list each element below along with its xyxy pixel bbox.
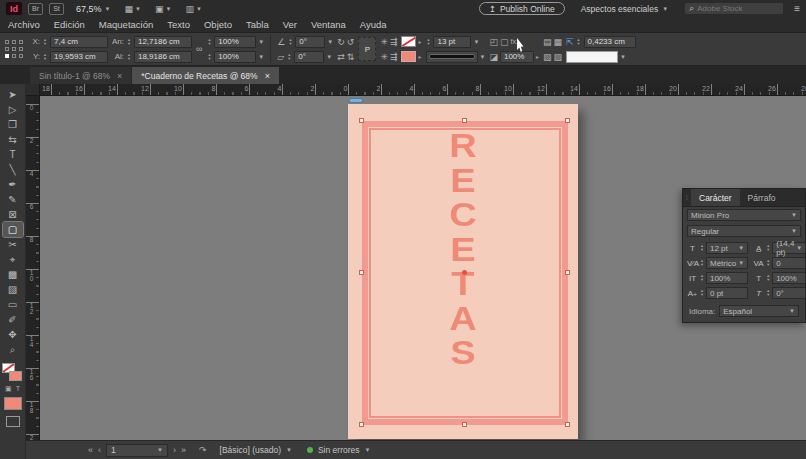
stock-search-box[interactable]: ⌕ xyxy=(684,2,784,15)
selection-handle[interactable] xyxy=(462,118,467,123)
stepper[interactable] xyxy=(766,289,770,297)
chevron-down-icon[interactable] xyxy=(157,447,163,453)
chevron-down-icon[interactable] xyxy=(327,39,333,45)
stepper[interactable] xyxy=(577,38,581,46)
ref-dot[interactable] xyxy=(12,40,16,44)
zoom-level-select[interactable]: 67,5% xyxy=(76,4,110,14)
chevron-down-icon[interactable] xyxy=(258,54,264,60)
wrap-object-icon[interactable]: ▧ xyxy=(543,51,552,63)
vertical-scale-field[interactable]: 100% xyxy=(706,272,748,284)
menu-maquetación[interactable]: Maquetación xyxy=(99,19,153,30)
free-transform-tool[interactable]: ⌖ xyxy=(3,252,23,267)
wrap-none-icon[interactable]: ▤ xyxy=(543,36,552,48)
fill-swatch-none[interactable] xyxy=(401,36,416,47)
leading-field[interactable]: (14,4 pt) xyxy=(772,242,806,254)
stroke-style-select[interactable] xyxy=(426,51,478,63)
stroke-swatch[interactable] xyxy=(401,51,416,62)
menu-ver[interactable]: Ver xyxy=(283,19,297,30)
ref-dot[interactable] xyxy=(12,47,16,51)
corner-shape-icon[interactable]: ▢ xyxy=(500,36,509,48)
stepper[interactable] xyxy=(427,38,431,46)
frame-center-point[interactable] xyxy=(462,270,467,275)
stepper[interactable] xyxy=(700,289,704,297)
menu-tabla[interactable]: Tabla xyxy=(246,19,269,30)
selection-tool[interactable]: ➤ xyxy=(3,87,23,102)
menu-ventana[interactable]: Ventana xyxy=(311,19,346,30)
tab-paragraph[interactable]: Párrafo xyxy=(740,189,784,206)
rotation-angle-field[interactable]: 0° xyxy=(295,36,325,48)
recetas-text[interactable]: RECETAS xyxy=(334,128,592,370)
wrap-bounding-icon[interactable]: ▦ xyxy=(554,36,563,48)
stepper[interactable] xyxy=(127,38,131,46)
object-style-swatch[interactable] xyxy=(566,51,618,63)
menu-edición[interactable]: Edición xyxy=(54,19,85,30)
flip-vertical-icon[interactable]: ⇅ xyxy=(347,51,355,63)
chevron-down-icon[interactable] xyxy=(258,39,264,45)
chevron-down-icon[interactable] xyxy=(789,308,795,314)
preflight-profile[interactable]: [Básico] (usado) xyxy=(220,445,281,455)
page[interactable]: RECETAS xyxy=(348,104,578,439)
menu-icon[interactable]: ≡ xyxy=(794,3,800,14)
go-back-icon[interactable]: ↷ xyxy=(199,445,207,455)
arrange-documents-button[interactable]: ▥ xyxy=(185,4,201,14)
view-options-button[interactable]: ▦ xyxy=(124,4,140,14)
previous-page-icon[interactable]: ‹ xyxy=(98,445,101,455)
menu-objeto[interactable]: Objeto xyxy=(204,19,232,30)
selection-handle[interactable] xyxy=(565,270,570,275)
indesign-logo[interactable]: Id xyxy=(6,2,22,15)
scissors-tool[interactable]: ✂ xyxy=(3,237,23,252)
stepper[interactable] xyxy=(766,244,770,252)
chevron-down-icon[interactable] xyxy=(286,447,292,453)
ref-dot[interactable] xyxy=(5,47,9,51)
height-field[interactable]: 18,9186 cm xyxy=(134,51,192,63)
font-style-field[interactable]: Regular xyxy=(687,225,801,237)
stepper[interactable] xyxy=(766,259,770,267)
constrain-link-icon[interactable]: ∞ xyxy=(196,43,202,55)
corner-options-icon[interactable]: ◰ xyxy=(489,36,498,48)
object-effects-icon[interactable]: ✳ xyxy=(380,36,388,48)
wrap-jump-icon[interactable]: ▨ xyxy=(554,51,563,63)
horizontal-scale-field[interactable]: 100% xyxy=(772,272,806,284)
stroke-weight-field[interactable]: 13 pt xyxy=(433,36,471,48)
kerning-field[interactable]: Métrico xyxy=(706,257,748,269)
first-page-icon[interactable]: « xyxy=(88,445,93,455)
drop-shadow-icon[interactable]: ⇶ xyxy=(390,36,398,48)
chevron-down-icon[interactable] xyxy=(796,245,802,251)
flip-horizontal-icon[interactable]: ⇄ xyxy=(337,51,345,63)
transparency-icon[interactable]: ⇶ xyxy=(390,51,398,63)
chevron-down-icon[interactable] xyxy=(365,447,371,453)
fill-arrow-icon[interactable]: ▸ xyxy=(418,38,421,45)
hand-tool[interactable]: ✥ xyxy=(3,327,23,342)
stepper[interactable] xyxy=(207,38,211,46)
stepper[interactable] xyxy=(43,53,47,61)
screen-mode-button[interactable]: ▣ xyxy=(155,4,171,14)
ruler-horizontal[interactable]: 181614121086420246810121416182022242628 xyxy=(40,84,806,96)
rotate-cw-icon[interactable]: ↻ xyxy=(337,36,345,48)
language-field[interactable]: Español xyxy=(719,305,799,317)
line-tool[interactable]: ╲ xyxy=(3,162,23,177)
note-tool[interactable]: ▭ xyxy=(3,297,23,312)
y-position-field[interactable]: 19,9593 cm xyxy=(50,51,108,63)
chevron-down-icon[interactable] xyxy=(738,245,744,251)
rectangle-tool[interactable]: ▢ xyxy=(3,222,23,237)
selection-handle[interactable] xyxy=(359,422,364,427)
last-page-icon[interactable]: » xyxy=(181,445,186,455)
ref-dot[interactable] xyxy=(19,47,23,51)
stroke-arrow-icon[interactable]: ▸ xyxy=(418,53,421,60)
stepper[interactable] xyxy=(700,244,704,252)
corner-fx-icon[interactable]: fx. xyxy=(510,36,517,48)
search-input[interactable] xyxy=(697,4,772,13)
menu-texto[interactable]: Texto xyxy=(167,19,190,30)
menu-archivo[interactable]: Archivo xyxy=(8,19,40,30)
apply-color-button[interactable] xyxy=(4,397,22,410)
reference-point-selector[interactable] xyxy=(4,39,24,59)
tracking-field[interactable]: 0 xyxy=(772,257,806,269)
x-position-field[interactable]: 7,4 cm xyxy=(50,36,108,48)
close-icon[interactable]: × xyxy=(265,71,270,81)
selection-handle[interactable] xyxy=(359,118,364,123)
chevron-down-icon[interactable] xyxy=(791,212,797,218)
chevron-down-icon[interactable] xyxy=(620,54,626,60)
bridge-icon[interactable]: Br xyxy=(28,3,43,15)
zoom-tool[interactable]: ⌕ xyxy=(3,342,23,357)
stroke-color-swatch[interactable] xyxy=(9,371,22,381)
